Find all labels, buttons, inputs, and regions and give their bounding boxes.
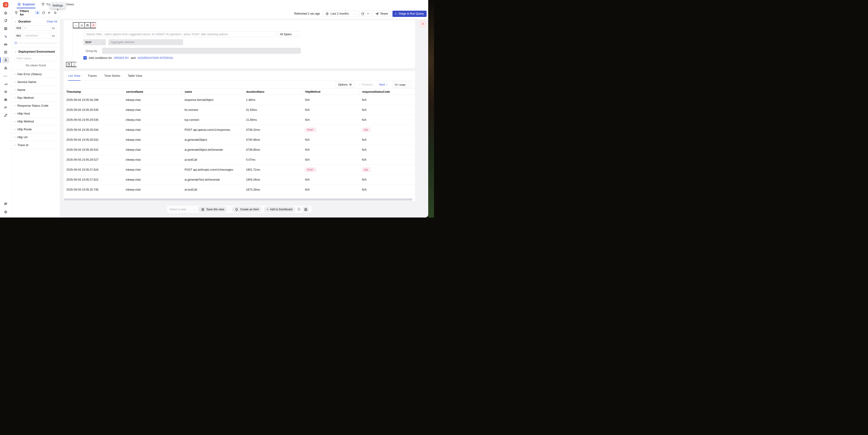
table-row-response.formatObject[interactable]: 2025-09-04 23:05:34.296 inkeep-chat resp… <box>63 95 415 105</box>
rail-item-support[interactable] <box>2 201 9 206</box>
info-icon[interactable]: ⓘ <box>298 207 301 211</box>
previous-page-button[interactable]: ‹ Previous <box>358 83 374 87</box>
time-range-select[interactable]: Last 2 months ⌄ <box>323 11 358 17</box>
create-alert-button[interactable]: Create an Alert <box>232 206 261 212</box>
query-builder-icon[interactable] <box>66 62 71 67</box>
column-header[interactable]: httpMethod <box>302 89 359 95</box>
filter-section[interactable]: › Rpc Method <box>11 94 60 102</box>
filter-section[interactable]: › Name <box>11 86 60 94</box>
filter-settings-icon[interactable] <box>53 11 57 14</box>
column-header[interactable]: Timestamp <box>63 89 123 95</box>
cell-name: ai.generateText.doGenerate <box>182 175 243 185</box>
filter-section[interactable]: › Http Route <box>11 126 60 133</box>
toggle-visibility-icon[interactable]: ◎ <box>79 22 85 28</box>
select-view-dropdown[interactable]: Select a view ⌄ <box>169 208 196 211</box>
funnel-icon <box>14 11 18 14</box>
send-icon <box>375 12 379 16</box>
query-a-badge[interactable]: A <box>90 22 96 28</box>
table-row-ai.generateObject[interactable]: 2025-09-04 23:05:29.532 inkeep-chat ai.g… <box>63 135 415 145</box>
rail-item-metrics[interactable] <box>2 80 9 87</box>
rail-item-services[interactable] <box>2 65 9 71</box>
query-a-floating-badge[interactable]: A <box>420 21 426 27</box>
rail-item-quick-filters[interactable] <box>2 33 9 40</box>
filter-section[interactable]: › Service Name <box>11 78 60 86</box>
search-filter-input[interactable] <box>84 31 276 37</box>
filter-section[interactable]: › Response Status Code <box>11 102 60 110</box>
view-tab-table-view[interactable]: Table View <box>127 71 143 80</box>
rail-item-home[interactable] <box>2 9 9 16</box>
rail-item-traces[interactable] <box>2 57 9 63</box>
cell-http-method: POST <box>302 165 359 175</box>
max-duration-input[interactable] <box>23 33 50 38</box>
column-header[interactable]: responseStatusCode <box>359 89 415 95</box>
collapse-query-button[interactable]: ⌄ <box>73 22 79 28</box>
cell-http-method: N/A <box>302 105 359 115</box>
top-tab-explorer[interactable]: Explorer <box>17 0 35 8</box>
bell-icon <box>4 19 8 23</box>
add-to-dashboard-button[interactable]: + Add to Dashboard <box>264 206 295 212</box>
collapse-icon[interactable] <box>48 11 51 14</box>
save-view-button[interactable]: Save this view <box>198 206 227 212</box>
order-by-link[interactable]: ORDER BY <box>114 56 129 60</box>
table-row-tls.connect[interactable]: 2025-09-04 23:05:29.535 inkeep-chat tls.… <box>63 105 415 115</box>
filter-section[interactable]: › Trace Id <box>11 141 60 149</box>
clock-icon <box>325 12 329 16</box>
duration-header[interactable]: ⌄ Duration Clear All <box>14 20 57 23</box>
slider-handle[interactable] <box>14 41 17 44</box>
aggregation-interval-link[interactable]: AGGREGATION INTERVAL <box>137 56 174 60</box>
rail-item-alerts[interactable] <box>2 18 9 24</box>
aggregate-attribute-input[interactable]: Aggregate attribute <box>108 39 183 45</box>
column-header[interactable]: durationNano <box>243 89 302 95</box>
share-button[interactable]: Share <box>372 11 391 17</box>
copy-icon[interactable] <box>85 22 90 28</box>
column-header[interactable]: serviceName <box>123 89 182 95</box>
min-duration-input[interactable] <box>23 26 50 31</box>
rail-item-integrations[interactable] <box>2 112 9 119</box>
view-tab-time-series[interactable]: Time Series <box>104 71 120 80</box>
table-row-ai.generateText.doGenerate[interactable]: 2025-09-04 23:05:27.622 inkeep-chat ai.g… <box>63 175 415 185</box>
aggregate-operator-select[interactable]: NOOP ⌄ <box>83 39 106 45</box>
rail-item-billing[interactable] <box>2 104 9 111</box>
refresh-menu-button[interactable]: ▼ <box>366 11 370 17</box>
toggle-panel-icon[interactable] <box>303 206 309 212</box>
top-tab-views[interactable]: Views <box>66 0 74 8</box>
duration-slider[interactable] <box>14 41 57 44</box>
view-tab-list-view[interactable]: List View <box>68 71 81 80</box>
view-tab-traces[interactable]: Traces <box>88 71 97 80</box>
table-row-ai.toolCall[interactable]: 2025-09-04 23:05:29.527 inkeep-chat ai.t… <box>63 155 415 165</box>
sigma-formula-icon[interactable]: ∑ <box>71 62 76 67</box>
table-row-POST api.openai.com/v1/responses[interactable]: 2025-09-04 23:05:29.534 inkeep-chat POST… <box>63 125 415 135</box>
signoz-logo[interactable] <box>3 2 8 7</box>
rail-item-more[interactable]: ••• <box>2 73 9 79</box>
clear-all-button[interactable]: Clear All <box>46 20 57 23</box>
group-by-input[interactable] <box>102 48 301 54</box>
all-spans-select[interactable]: All Spans ⌄ <box>278 31 300 37</box>
rail-item-explore[interactable] <box>2 96 9 103</box>
page-size-select[interactable]: 10 / page ⌄ <box>393 81 411 88</box>
filter-section[interactable]: › Http Host <box>11 110 60 118</box>
table-row-POST api.anthropic.com/v1/messages[interactable]: 2025-09-04 23:05:27.624 inkeep-chat POST… <box>63 165 415 175</box>
rail-item-infrastructure[interactable] <box>2 41 9 47</box>
options-button[interactable]: Options ⚙ <box>335 81 354 88</box>
deployment-env-header[interactable]: ⌄ Deployment Environment <box>14 50 57 53</box>
rail-item-dashboards[interactable] <box>2 25 9 32</box>
column-header[interactable]: name <box>182 89 243 95</box>
filters-header: Filters for A <box>11 8 60 18</box>
rail-item-settings[interactable]: ⚙ <box>2 210 9 215</box>
table-row-ai.toolCall[interactable]: 2025-09-04 23:05:25.745 inkeep-chat ai.t… <box>63 185 415 195</box>
horizontal-scrollbar[interactable] <box>64 199 412 201</box>
next-page-button[interactable]: Next › <box>378 83 389 87</box>
stage-run-query-button[interactable]: ▷ Stage & Run Query <box>393 11 427 17</box>
table-row-tcp.connect[interactable]: 2025-09-04 23:05:29.535 inkeep-chat tcp.… <box>63 115 415 125</box>
filter-section[interactable]: › Http Method <box>11 118 60 126</box>
rail-item-exceptions[interactable] <box>2 88 9 95</box>
plus-icon[interactable]: + <box>83 56 87 60</box>
table-row-ai.generateObject.doGenerate[interactable]: 2025-09-04 23:05:29.532 inkeep-chat ai.g… <box>63 145 415 155</box>
refresh-icon[interactable] <box>41 11 45 14</box>
refresh-button[interactable] <box>360 11 366 17</box>
cell-duration: 4736.32ms <box>243 125 302 135</box>
filter-values-input[interactable] <box>14 56 57 61</box>
filter-section[interactable]: › Has Error (Status) <box>11 70 60 78</box>
rail-item-logs[interactable] <box>2 49 9 56</box>
filter-section[interactable]: › Http Url <box>11 133 60 141</box>
